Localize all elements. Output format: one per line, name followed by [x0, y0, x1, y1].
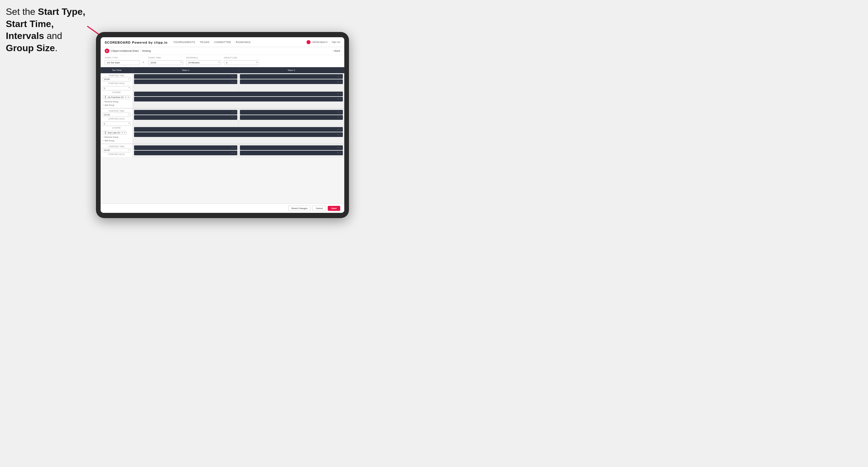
group2-course-name: East Lake GC — [108, 132, 121, 134]
start-time-select[interactable]: 10:00 — [148, 60, 183, 65]
nav-rankings[interactable]: RANKINGS — [236, 41, 251, 43]
group2-add-button[interactable]: Add Group — [103, 139, 131, 142]
player-remove-icons[interactable]: ✕ ◻ — [231, 111, 236, 114]
group1-team1-cell: ✕ ◻ ✕ ◻ — [133, 73, 239, 91]
group1-course-badge: 🏌 (A) Peachtree GC ✕ ▾ — [103, 95, 130, 99]
back-button[interactable]: Back — [333, 50, 340, 52]
start-time-label: Start Time — [148, 57, 183, 59]
clock-icon3: ⏱ — [128, 149, 130, 151]
player-remove-icons[interactable]: ✕ ◻ — [337, 128, 342, 131]
tablet-screen: SCOREBOARD Powered by clipp.io TOURNAMEN… — [101, 37, 344, 213]
group-size-group: Group Size 3 — [224, 57, 259, 65]
group1-actions: Remove Group Add Group — [103, 100, 131, 107]
start-type-label: Start Type — [105, 57, 145, 59]
player-row: ✕ ◻ — [134, 115, 237, 120]
player-remove-icons[interactable]: ✕ ◻ — [231, 75, 236, 78]
player-row: ✕ ◻ — [134, 146, 237, 150]
start-type-select-wrapper: 1st Tee Start — [105, 59, 145, 65]
starting-time-label: STARTING TIME: — [103, 74, 131, 76]
group2-course-chevron[interactable]: ▾ — [124, 131, 125, 134]
group2-remove-button[interactable]: Remove Group — [103, 135, 131, 139]
player-remove-icons[interactable]: ✕ ◻ — [337, 81, 342, 83]
group-size-select-wrapper: 3 — [224, 59, 259, 65]
group1-side-cell: STARTING TIME: ⏱ STARTING HOLE: 1 — [101, 73, 133, 108]
breadcrumb-tournament[interactable]: Clippd Invitational (Mar) — [111, 50, 139, 52]
group2-actions: Remove Group Add Group — [103, 135, 131, 142]
settings-row: Start Type 1st Tee Start Start Time 10:0… — [101, 55, 344, 67]
breadcrumb-icon: C — [105, 49, 109, 53]
player-remove-icons[interactable]: ✕ ◻ — [337, 92, 342, 95]
start-type-select[interactable]: 1st Tee Start — [105, 60, 140, 65]
player-remove-icons[interactable]: ✕ ◻ — [337, 111, 342, 114]
group1-course-name: (A) Peachtree GC — [108, 96, 124, 98]
sign-out-link[interactable]: Sign out — [332, 41, 340, 43]
player-remove-icons[interactable]: ✕ ◻ — [337, 75, 342, 78]
nav-tournaments[interactable]: TOURNAMENTS — [173, 41, 195, 43]
table-row: STARTING TIME: ⏱ STARTING HOLE: 1 — [101, 109, 344, 126]
table-row: ✕ ◻ ✕ ◻ — [101, 90, 344, 108]
scoreboard-logo: SCOREBOARD Powered by clipp.io — [105, 39, 167, 45]
player-remove-icons[interactable]: ✕ ◻ — [231, 81, 236, 83]
player-remove-icons[interactable]: ✕ ◻ — [337, 116, 342, 119]
group2-side-cell: STARTING TIME: ⏱ STARTING HOLE: 1 — [101, 109, 133, 143]
group1-time-input[interactable] — [103, 77, 131, 82]
group3-team1-cell: ✕ ◻ ✕ ◻ — [133, 144, 239, 157]
group-size-select[interactable]: 3 — [224, 60, 259, 65]
nav-teams[interactable]: TEAMS — [200, 41, 210, 43]
player-row: ✕ ◻ — [134, 97, 343, 101]
save-button[interactable]: Save — [328, 206, 340, 211]
user-email: blair@clippd.io — [312, 41, 328, 43]
group2-team1-cell: ✕ ◻ ✕ ◻ — [133, 109, 239, 126]
group2-course-remove[interactable]: ✕ — [121, 131, 123, 134]
tee-table-area: Tee Time Team 1 Team 2 STARTING TIME: ⏱ — [101, 67, 344, 204]
group2-hole-select[interactable]: 1 — [103, 122, 131, 126]
group2-course-badge: 🏌 East Lake GC ✕ ▾ — [103, 131, 127, 135]
player-remove-icons[interactable]: ✕ ◻ — [231, 116, 236, 119]
col-tee-time: Tee Time — [101, 67, 133, 73]
player-row: ✕ ◻ — [240, 146, 343, 150]
breadcrumb-section: Hosting — [142, 50, 151, 52]
player-remove-icons[interactable]: ✕ ◻ — [337, 152, 342, 154]
group2-time-input[interactable] — [103, 113, 131, 117]
group1-course-chevron[interactable]: ▾ — [128, 96, 129, 99]
player-row: ✕ ◻ — [240, 110, 343, 115]
nav-links: TOURNAMENTS TEAMS COMMITTEE RANKINGS — [173, 41, 251, 43]
intervals-select[interactable]: 10 Minutes — [186, 60, 221, 65]
group1-time-wrap: ⏱ — [103, 77, 131, 82]
group-size-label: Group Size — [224, 57, 259, 59]
cancel-button[interactable]: Cancel — [312, 206, 326, 211]
group1-hole-select[interactable]: 1 — [103, 86, 131, 90]
player-row: ✕ ◻ — [240, 80, 343, 84]
player-remove-icons[interactable]: ✕ ◻ — [231, 146, 236, 149]
player-remove-icons[interactable]: ✕ ◻ — [231, 152, 236, 154]
player-remove-icons[interactable]: ✕ ◻ — [337, 98, 342, 100]
group1-course-row: ✕ ◻ ✕ ◻ — [133, 90, 344, 108]
reset-button[interactable]: Reset Changes — [288, 206, 311, 211]
sub-header: C Clippd Invitational (Mar) › Hosting Ba… — [101, 47, 344, 55]
group3-time-input[interactable] — [103, 148, 131, 152]
tablet-frame: SCOREBOARD Powered by clipp.io TOURNAMEN… — [96, 32, 349, 218]
player-row: ✕ ◻ — [134, 92, 343, 96]
intervals-group: Intervals 10 Minutes — [186, 57, 221, 65]
start-time-group: Start Time 10:00 — [148, 57, 183, 65]
group1-course-tag: 🏌 (A) Peachtree GC ✕ ▾ — [103, 94, 131, 99]
start-time-select-wrapper: 10:00 — [148, 59, 183, 65]
nav-right: blair@clippd.io | Sign out — [307, 40, 340, 44]
starting-hole-label2: STARTING HOLE: — [103, 118, 131, 120]
table-row: STARTING TIME: ⏱ STARTING HOLE: 1 — [101, 73, 344, 91]
group2-hole-wrap: 1 — [103, 120, 131, 126]
player-remove-icons[interactable]: ✕ ◻ — [337, 133, 342, 136]
col-team1: Team 1 — [133, 67, 239, 73]
navbar: SCOREBOARD Powered by clipp.io TOURNAMEN… — [101, 37, 344, 47]
player-remove-icons[interactable]: ✕ ◻ — [337, 146, 342, 149]
course-label: COURSE: — [103, 91, 131, 93]
group1-remove-button[interactable]: Remove Group — [103, 100, 131, 103]
player-row: ✕ ◻ — [134, 110, 237, 115]
player-row: ✕ ◻ — [240, 151, 343, 155]
course-label2: COURSE: — [103, 127, 131, 129]
clock-icon2: ⏱ — [128, 114, 130, 116]
starting-time-label3: STARTING TIME: — [103, 146, 131, 148]
group1-add-button[interactable]: Add Group — [103, 103, 131, 107]
group1-course-remove[interactable]: ✕ — [125, 96, 127, 99]
nav-committee[interactable]: COMMITTEE — [214, 41, 231, 43]
